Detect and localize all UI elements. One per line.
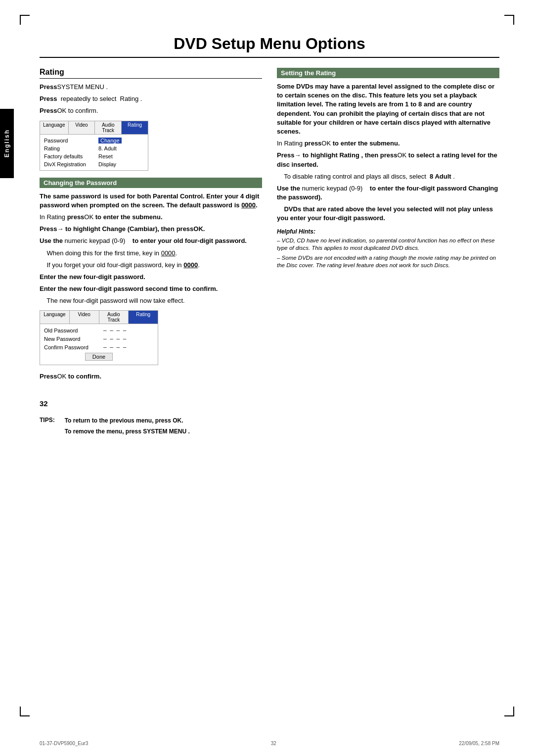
tips-line1: To return to the previous menu, press OK…	[65, 417, 190, 425]
step1-press: Press	[40, 83, 57, 91]
table-row: DivX Registration Display	[44, 160, 144, 168]
tab-rating: Rating	[122, 121, 148, 134]
setting-rating-header: Setting the Rating	[277, 68, 499, 78]
sr-para4: To disable rating control and plays all …	[277, 172, 499, 181]
tab-audio-track: Audio Track	[95, 121, 122, 134]
page-number: 32	[40, 399, 499, 408]
sr-para3: Press→ to highlight Rating , then pressO…	[277, 151, 499, 169]
pw-tab-language: Language	[40, 311, 70, 324]
pw-tab-video: Video	[70, 311, 99, 324]
pw-para6: If you forget your old four-digit passwo…	[40, 261, 262, 270]
hint2: – Some DVDs are not encoded with a ratin…	[277, 254, 499, 270]
tab-video: Video	[69, 121, 95, 134]
step3-rest: OK to confirm.	[57, 107, 98, 114]
pw-done-button[interactable]: Done	[85, 353, 113, 361]
step3-press: Press	[40, 107, 57, 114]
changing-password-header: Changing the Password	[40, 178, 262, 188]
pw-done-area: Done	[44, 351, 154, 363]
tab-language: Language	[40, 121, 69, 134]
pw-para7: Enter the new four-digit password.	[40, 273, 262, 282]
pw-para8: Enter the new four-digit password second…	[40, 284, 262, 293]
menu-table-body: Password Change Rating 8. Adult Factory …	[40, 135, 148, 170]
table-row: Password Change	[44, 137, 144, 144]
sr-para2: In Rating pressOK to enter the submenu.	[277, 139, 499, 148]
sr-para6: DVDs that are rated above the level you …	[277, 205, 499, 223]
tips-label: TIPS:	[40, 417, 55, 439]
sr-para5: Use the numeric keypad (0-9) to enter th…	[277, 184, 499, 202]
pw-table-body: Old Password – – – – New Password – – – …	[40, 324, 158, 365]
pw-confirm-step: PressOK to confirm.	[40, 372, 262, 381]
table-row: Factory defaults Reset	[44, 152, 144, 160]
pw-row-new: New Password – – – –	[44, 334, 154, 343]
sr-para1: Some DVDs may have a parental level assi…	[277, 82, 499, 136]
menu-table-header: Language Video Audio Track Rating	[40, 121, 148, 135]
pw-para5: When doing this for the first time, key …	[40, 249, 262, 258]
rating-step3: PressOK to confirm.	[40, 106, 262, 115]
tips-content-area: TIPS: To return to the previous menu, pr…	[40, 417, 499, 439]
pw-table-header: Language Video Audio Track Rating	[40, 311, 158, 324]
page-title: DVD Setup Menu Options	[40, 35, 499, 58]
tips-line2: To remove the menu, press SYSTEM MENU .	[65, 427, 190, 436]
step1-rest: SYSTEM MENU .	[57, 83, 108, 91]
pw-tab-audio: Audio Track	[99, 311, 129, 324]
pw-para2: In Rating pressOK to enter the submenu.	[40, 213, 262, 222]
rating-section-heading: Rating	[40, 68, 262, 79]
password-menu-table: Language Video Audio Track Rating Old Pa…	[40, 310, 158, 365]
table-row: Rating 8. Adult	[44, 144, 144, 152]
doc-info-center: 32	[271, 741, 276, 746]
rating-step2: Press repeatedly to select Rating .	[40, 94, 262, 103]
doc-info-right: 22/09/05, 2:58 PM	[459, 741, 499, 746]
pw-para3: Press→ to highlight Change (Cambiar), th…	[40, 225, 262, 234]
pw-tab-rating: Rating	[129, 311, 158, 324]
rating-menu-table: Language Video Audio Track Rating Passwo…	[40, 121, 148, 171]
pw-para9: The new four-digit password will now tak…	[40, 296, 262, 305]
pw-row-confirm: Confirm Password – – – –	[44, 343, 154, 351]
doc-info-left: 01-37-DVP5900_Eur3	[40, 741, 88, 746]
rating-step1: PressSYSTEM MENU .	[40, 83, 262, 92]
helpful-hints: Helpful Hints: – VCD, CD have no level i…	[277, 228, 499, 270]
left-column: Rating PressSYSTEM MENU . Press repeated…	[40, 68, 262, 384]
hint-title: Helpful Hints:	[277, 228, 499, 235]
doc-info-bar: 01-37-DVP5900_Eur3 32 22/09/05, 2:58 PM	[40, 741, 499, 746]
pw-para4: Use the numeric keypad (0-9) to enter yo…	[40, 236, 262, 245]
right-column: Setting the Rating Some DVDs may have a …	[277, 68, 499, 384]
step2-press: Press	[40, 95, 57, 102]
hint1: – VCD, CD have no level indication, so p…	[277, 237, 499, 252]
tips-lines: To return to the previous menu, press OK…	[65, 417, 190, 439]
changing-password-section: Changing the Password The same password …	[40, 178, 262, 381]
pw-row-old: Old Password – – – –	[44, 326, 154, 334]
step2-rest: repeatedly to select Rating .	[57, 95, 142, 102]
pw-para1: The same password is used for both Paren…	[40, 192, 262, 210]
tips-section: TIPS: To return to the previous menu, pr…	[40, 413, 499, 439]
